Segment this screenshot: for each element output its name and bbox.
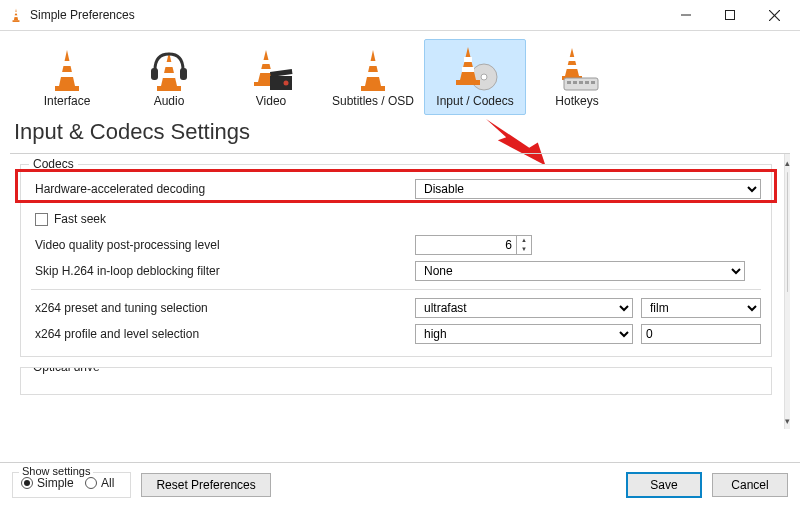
- tab-interface[interactable]: Interface: [16, 39, 118, 115]
- deblocking-row: Skip H.264 in-loop deblocking filter Non…: [31, 259, 761, 283]
- fast-seek-checkbox[interactable]: Fast seek: [31, 212, 106, 226]
- radio-dot-icon: [21, 477, 33, 489]
- cone-headphones-icon: [119, 44, 219, 92]
- reset-preferences-button[interactable]: Reset Preferences: [141, 473, 270, 497]
- post-processing-spin[interactable]: ▲▼: [415, 235, 532, 255]
- svg-rect-20: [262, 60, 270, 64]
- radio-all-label: All: [101, 476, 114, 490]
- scroll-up-icon[interactable]: ▴: [785, 154, 790, 171]
- spin-up-icon[interactable]: ▲: [517, 236, 531, 245]
- save-button[interactable]: Save: [626, 472, 702, 498]
- x264-tuning-select[interactable]: film: [641, 298, 761, 318]
- svg-marker-12: [161, 52, 177, 86]
- x264-preset-row: x264 preset and tuning selection ultrafa…: [31, 296, 761, 320]
- radio-simple-label: Simple: [37, 476, 74, 490]
- svg-rect-17: [180, 68, 187, 80]
- tab-subtitles[interactable]: Subtitles / OSD: [322, 39, 424, 115]
- svg-rect-9: [55, 86, 79, 91]
- svg-rect-42: [579, 81, 583, 84]
- tab-input-codecs[interactable]: Input / Codecs: [424, 39, 526, 115]
- hw-decoding-label: Hardware-accelerated decoding: [31, 182, 415, 196]
- cone-icon: [17, 44, 117, 92]
- deblocking-select[interactable]: None: [415, 261, 745, 281]
- settings-panel: Codecs Hardware-accelerated decoding Dis…: [10, 153, 790, 429]
- fast-seek-row: Fast seek: [31, 207, 761, 231]
- svg-rect-10: [63, 61, 71, 66]
- tab-label: Subtitles / OSD: [323, 94, 423, 108]
- svg-rect-1: [13, 20, 20, 22]
- hw-decoding-select[interactable]: Disable: [415, 179, 761, 199]
- svg-rect-41: [573, 81, 577, 84]
- tab-label: Input / Codecs: [425, 94, 525, 108]
- svg-rect-27: [369, 61, 377, 66]
- spin-buttons[interactable]: ▲▼: [516, 236, 531, 254]
- checkbox-box-icon: [35, 213, 48, 226]
- svg-rect-34: [462, 67, 474, 72]
- x264-profile-row: x264 profile and level selection high: [31, 322, 761, 346]
- close-button[interactable]: [752, 0, 796, 30]
- svg-rect-37: [568, 57, 576, 61]
- tab-video[interactable]: Video: [220, 39, 322, 115]
- svg-rect-11: [61, 72, 73, 77]
- category-tabs: Interface Audio Video Subtitles / OSD: [0, 31, 800, 117]
- spin-down-icon[interactable]: ▼: [517, 245, 531, 254]
- window-title: Simple Preferences: [30, 8, 135, 22]
- svg-rect-26: [361, 86, 385, 91]
- hw-decoding-row: Hardware-accelerated decoding Disable: [31, 177, 761, 201]
- cone-keyboard-icon: [527, 44, 627, 92]
- show-settings-group: Show settings Simple All: [12, 472, 131, 498]
- cancel-button[interactable]: Cancel: [712, 473, 788, 497]
- vlc-cone-icon: [8, 7, 24, 23]
- svg-point-24: [284, 81, 289, 86]
- svg-point-30: [481, 74, 487, 80]
- separator: [31, 289, 761, 290]
- svg-rect-16: [151, 68, 158, 80]
- cone-clapper-icon: [221, 44, 321, 92]
- tab-hotkeys[interactable]: Hotkeys: [526, 39, 628, 115]
- post-processing-input[interactable]: [416, 236, 516, 254]
- scroll-down-icon[interactable]: ▾: [785, 412, 790, 429]
- tab-label: Video: [221, 94, 321, 108]
- svg-rect-38: [566, 65, 578, 69]
- svg-rect-5: [726, 11, 735, 20]
- post-processing-row: Video quality post-processing level ▲▼: [31, 233, 761, 257]
- group-title: Codecs: [29, 157, 78, 171]
- optical-drive-group: Optical drive: [20, 367, 772, 395]
- svg-rect-14: [165, 62, 173, 67]
- deblocking-label: Skip H.264 in-loop deblocking filter: [31, 264, 415, 278]
- bottom-bar: Show settings Simple All Reset Preferenc…: [0, 462, 800, 507]
- vertical-scrollbar[interactable]: ▴ ▾: [784, 154, 790, 429]
- svg-marker-0: [14, 8, 18, 20]
- cone-icon: [323, 44, 423, 92]
- svg-rect-3: [14, 15, 18, 17]
- x264-profile-label: x264 profile and level selection: [31, 327, 415, 341]
- svg-rect-13: [157, 86, 181, 91]
- svg-rect-43: [585, 81, 589, 84]
- svg-marker-25: [365, 50, 381, 86]
- tab-audio[interactable]: Audio: [118, 39, 220, 115]
- svg-rect-23: [270, 69, 292, 77]
- radio-all[interactable]: All: [85, 476, 114, 490]
- codecs-group: Codecs Hardware-accelerated decoding Dis…: [20, 164, 772, 357]
- x264-profile-select[interactable]: high: [415, 324, 633, 344]
- fast-seek-label: Fast seek: [54, 212, 106, 226]
- cone-cd-icon: [425, 44, 525, 92]
- scroll-thumb[interactable]: [787, 172, 788, 292]
- radio-dot-icon: [85, 477, 97, 489]
- page-heading: Input & Codecs Settings: [0, 117, 800, 153]
- svg-marker-35: [565, 48, 579, 76]
- svg-rect-15: [163, 73, 175, 78]
- minimize-button[interactable]: [664, 0, 708, 30]
- svg-rect-28: [367, 72, 379, 77]
- tab-label: Hotkeys: [527, 94, 627, 108]
- post-processing-label: Video quality post-processing level: [31, 238, 415, 252]
- svg-rect-44: [591, 81, 595, 84]
- show-settings-legend: Show settings: [19, 465, 93, 477]
- tab-label: Audio: [119, 94, 219, 108]
- x264-level-input[interactable]: [641, 324, 761, 344]
- radio-simple[interactable]: Simple: [21, 476, 74, 490]
- x264-preset-select[interactable]: ultrafast: [415, 298, 633, 318]
- maximize-button[interactable]: [708, 0, 752, 30]
- x264-preset-label: x264 preset and tuning selection: [31, 301, 415, 315]
- svg-rect-32: [456, 80, 480, 85]
